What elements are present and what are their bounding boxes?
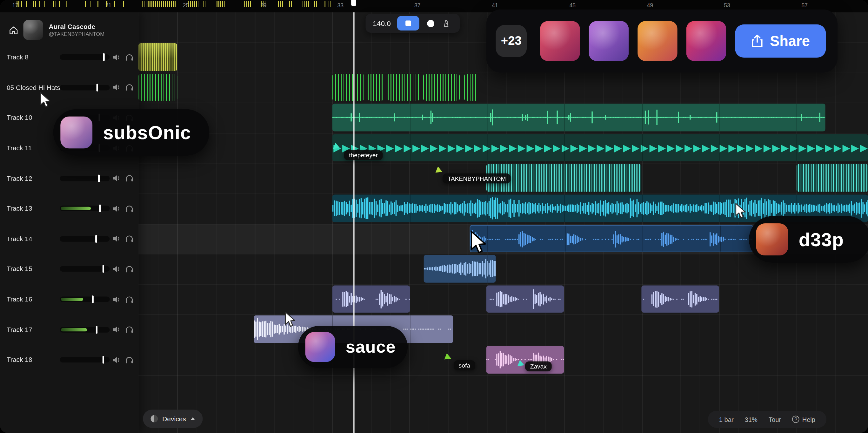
- volume-slider[interactable]: [60, 297, 110, 302]
- audio-clip-05-closed-hi-hats[interactable]: [464, 74, 477, 101]
- mute-button[interactable]: [112, 234, 122, 243]
- audio-clip-track-16[interactable]: [641, 285, 719, 313]
- track-name: Track 10: [7, 114, 32, 122]
- collaborator-avatar-2[interactable]: [589, 21, 629, 61]
- audio-clip-track-10[interactable]: [332, 104, 826, 132]
- metronome-button[interactable]: [442, 19, 450, 27]
- solo-headphones-button[interactable]: [124, 204, 134, 213]
- clip-section-divider: [797, 134, 797, 162]
- mute-button[interactable]: [112, 83, 122, 92]
- volume-handle[interactable]: [103, 265, 104, 273]
- mute-button[interactable]: [112, 174, 122, 183]
- solo-headphones-button[interactable]: [124, 174, 134, 183]
- mute-button[interactable]: [112, 325, 122, 334]
- clip-section-divider: [410, 134, 410, 162]
- mute-button[interactable]: [112, 295, 122, 304]
- mute-button[interactable]: [112, 355, 122, 365]
- help-label: Help: [802, 416, 815, 423]
- track-row-track-17[interactable]: Track 17: [0, 315, 138, 345]
- audio-clip-track-8[interactable]: [138, 43, 177, 71]
- volume-slider[interactable]: [60, 206, 110, 211]
- audio-clip-track-12[interactable]: [797, 164, 868, 192]
- metronome-icon: [442, 19, 450, 27]
- audio-clip-05-closed-hi-hats[interactable]: [423, 74, 460, 101]
- volume-slider[interactable]: [60, 357, 110, 363]
- mute-button[interactable]: [112, 204, 122, 213]
- headphones-icon: [125, 175, 133, 182]
- collaborator-pill-sauce: sauce: [298, 326, 408, 368]
- volume-handle[interactable]: [99, 205, 101, 212]
- grid-unit-setting[interactable]: 1 bar: [719, 416, 734, 423]
- solo-headphones-button[interactable]: [124, 234, 134, 243]
- ruler-clip-marker: [289, 1, 292, 7]
- chevron-up-icon: [190, 417, 195, 420]
- record-button[interactable]: [427, 20, 434, 27]
- solo-headphones-button[interactable]: [124, 295, 134, 304]
- volume-handle[interactable]: [96, 326, 97, 333]
- volume-handle[interactable]: [98, 174, 99, 182]
- volume-handle[interactable]: [103, 356, 104, 364]
- solo-headphones-button[interactable]: [124, 265, 134, 273]
- collaborator-avatar-4[interactable]: [686, 21, 726, 61]
- audio-clip-05-closed-hi-hats[interactable]: [388, 74, 419, 101]
- track-row-track-16[interactable]: Track 16: [0, 284, 138, 315]
- solo-headphones-button[interactable]: [124, 355, 134, 365]
- solo-headphones-button[interactable]: [124, 325, 134, 334]
- track-name: Track 17: [7, 326, 32, 333]
- collaborator-avatar-3[interactable]: [638, 21, 678, 61]
- track-row-track-14[interactable]: Track 14: [0, 224, 138, 254]
- volume-slider[interactable]: [60, 85, 110, 90]
- volume-handle[interactable]: [103, 53, 105, 61]
- headphones-icon: [125, 205, 133, 212]
- track-row-track-18[interactable]: Track 18: [0, 345, 138, 375]
- clip-section-divider: [564, 104, 565, 132]
- audio-clip-track-16[interactable]: [332, 285, 410, 313]
- collaborator-overflow-count[interactable]: +23: [496, 25, 527, 57]
- track-row-track-8[interactable]: Track 8: [0, 42, 138, 73]
- track-row-track-15[interactable]: Track 15: [0, 254, 138, 284]
- audio-clip-05-closed-hi-hats[interactable]: [138, 74, 177, 101]
- status-bar: 1 bar 31% Tour ? Help: [708, 411, 827, 428]
- cursor-arrow-icon: [283, 312, 298, 328]
- volume-slider[interactable]: [60, 327, 110, 332]
- tempo-display[interactable]: 140.0: [373, 19, 395, 27]
- speaker-icon: [113, 356, 121, 364]
- track-row-track-13[interactable]: Track 13: [0, 194, 138, 224]
- stop-button[interactable]: [397, 16, 420, 30]
- collaborator-avatar-1[interactable]: [540, 21, 580, 61]
- clip-section-divider: [487, 104, 488, 132]
- playhead-handle[interactable]: [351, 0, 356, 6]
- mute-button[interactable]: [112, 265, 122, 273]
- mouse-cursor: [469, 231, 489, 257]
- audio-clip-05-closed-hi-hats[interactable]: [332, 74, 364, 101]
- ruler-clip-marker: [33, 1, 36, 7]
- volume-slider[interactable]: [60, 176, 110, 181]
- solo-headphones-button[interactable]: [124, 53, 134, 62]
- volume-handle[interactable]: [96, 235, 97, 243]
- track-row-05-closed-hi-hats[interactable]: 05 Closed Hi Hats: [0, 73, 138, 103]
- share-button[interactable]: Share: [735, 25, 826, 58]
- volume-slider[interactable]: [60, 266, 110, 271]
- track-row-track-12[interactable]: Track 12: [0, 163, 138, 194]
- audio-clip-track-16[interactable]: [486, 285, 564, 313]
- share-icon: [751, 34, 763, 48]
- mute-button[interactable]: [112, 53, 122, 62]
- audio-clip-track-18[interactable]: [486, 346, 564, 374]
- audio-clip-track-14[interactable]: [470, 225, 753, 253]
- solo-headphones-button[interactable]: [124, 83, 134, 92]
- help-button[interactable]: ? Help: [792, 416, 815, 423]
- audio-clip-05-closed-hi-hats[interactable]: [368, 74, 383, 101]
- transport-bar: 140.0: [366, 14, 460, 33]
- volume-slider[interactable]: [60, 54, 110, 60]
- volume-handle[interactable]: [96, 84, 98, 91]
- zoom-level[interactable]: 31%: [745, 416, 757, 423]
- volume-handle[interactable]: [92, 295, 94, 303]
- headphones-icon: [125, 266, 133, 273]
- audio-clip-track-11[interactable]: ▶▶▶▶▶▶▶▶▶▶▶▶▶▶▶▶▶▶▶▶▶▶▶▶▶▶▶▶▶▶▶▶▶▶▶▶▶▶▶▶…: [332, 134, 868, 162]
- audio-clip-track-15[interactable]: [424, 255, 496, 283]
- tour-button[interactable]: Tour: [769, 416, 781, 423]
- devices-button[interactable]: Devices: [143, 409, 203, 428]
- speaker-icon: [113, 205, 121, 212]
- volume-slider[interactable]: [60, 236, 110, 241]
- ruler-clip-marker: [17, 1, 19, 7]
